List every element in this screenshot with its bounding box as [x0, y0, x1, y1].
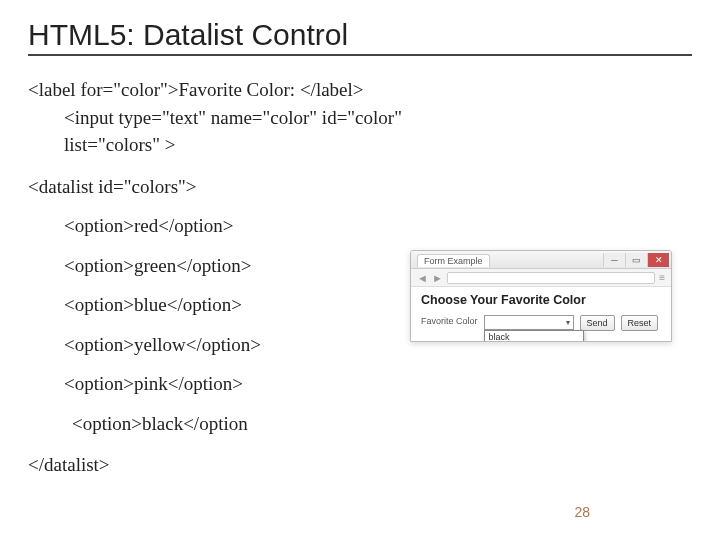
code-line: </datalist> [28, 451, 692, 479]
send-button[interactable]: Send [580, 315, 615, 331]
window-close-button[interactable]: ✕ [647, 253, 669, 267]
slide-title: HTML5: Datalist Control [28, 18, 692, 56]
window-minimize-button[interactable]: ─ [603, 253, 625, 267]
code-line: <option>black</option [28, 410, 358, 438]
code-line: <option>pink</option> [28, 370, 358, 398]
forward-icon[interactable]: ► [432, 272, 443, 284]
code-line: <option>yellow</option> [28, 331, 358, 359]
reset-button[interactable]: Reset [621, 315, 659, 331]
page-number: 28 [574, 504, 590, 520]
browser-toolbar: ◄ ► ≡ [411, 269, 671, 287]
window-maximize-button[interactable]: ▭ [625, 253, 647, 267]
form-label: Favorite Color [421, 315, 478, 326]
code-line: <input type="text" name="color" id="colo… [28, 104, 692, 132]
code-line: <datalist id="colors"> [28, 173, 692, 201]
color-combobox[interactable]: ▾ black red green blue yellow pink ↖ [484, 315, 574, 330]
address-bar[interactable] [447, 272, 655, 284]
back-icon[interactable]: ◄ [417, 272, 428, 284]
browser-screenshot: Form Example ─ ▭ ✕ ◄ ► ≡ Choose Your Fav… [410, 250, 672, 342]
chevron-down-icon: ▾ [566, 318, 570, 327]
dropdown-option[interactable]: black [485, 331, 583, 342]
code-line: <option>blue</option> [28, 291, 358, 319]
page-heading: Choose Your Favorite Color [421, 293, 661, 307]
color-dropdown: black red green blue yellow pink ↖ [484, 330, 584, 342]
code-line: <label for="color">Favorite Color: </lab… [28, 76, 692, 104]
code-line: <option>red</option> [28, 212, 358, 240]
code-line: <option>green</option> [28, 252, 358, 280]
menu-icon[interactable]: ≡ [659, 272, 665, 283]
window-titlebar: Form Example ─ ▭ ✕ [411, 251, 671, 269]
code-line: list="colors" > [28, 131, 692, 159]
browser-tab[interactable]: Form Example [417, 254, 490, 267]
